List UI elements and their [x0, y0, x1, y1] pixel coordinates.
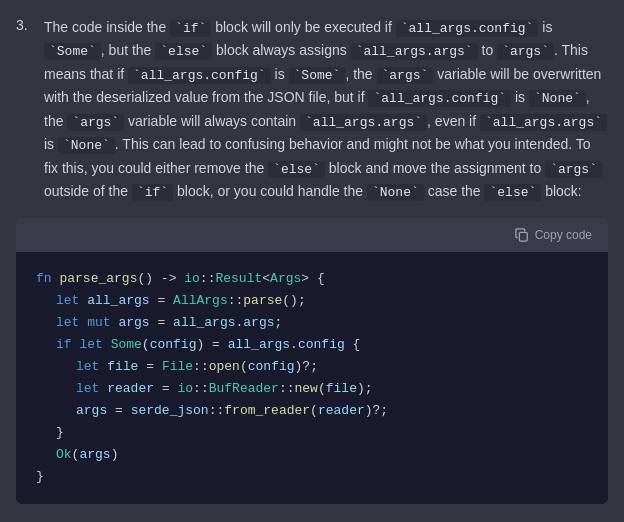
code-line-7: args = serde_json::from_reader(reader)?; — [36, 400, 588, 422]
code-block-header: Copy code — [16, 218, 608, 252]
code-block-wrapper: Copy code fn parse_args() -> io::Result<… — [16, 218, 608, 505]
code-line-9: Ok(args) — [36, 444, 588, 466]
copy-code-button[interactable]: Copy code — [511, 226, 596, 244]
code-line-2: let all_args = AllArgs::parse(); — [36, 290, 588, 312]
copy-code-label: Copy code — [535, 228, 592, 242]
code-line-10: } — [36, 466, 588, 488]
code-line-5: let file = File::open(config)?; — [36, 356, 588, 378]
code-block: fn parse_args() -> io::Result<Args> { le… — [16, 252, 608, 505]
svg-rect-0 — [519, 232, 527, 241]
item-number: 3. — [16, 16, 34, 204]
code-line-8: } — [36, 422, 588, 444]
code-line-6: let reader = io::BufReader::new(file); — [36, 378, 588, 400]
numbered-item: 3. The code inside the `if` block will o… — [16, 16, 608, 204]
copy-icon — [515, 228, 529, 242]
content-wrapper: 3. The code inside the `if` block will o… — [16, 16, 608, 504]
prose-text: The code inside the `if` block will only… — [44, 16, 608, 204]
code-line-3: let mut args = all_args.args; — [36, 312, 588, 334]
code-line-4: if let Some(config) = all_args.config { — [36, 334, 588, 356]
code-line-1: fn parse_args() -> io::Result<Args> { — [36, 268, 588, 290]
